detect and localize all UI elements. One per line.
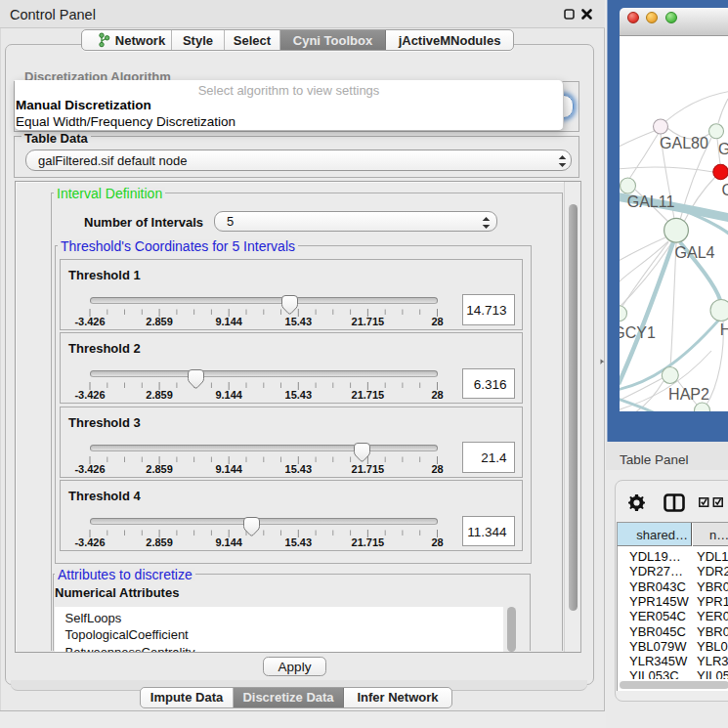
svg-text:HAP2: HAP2 — [668, 386, 709, 403]
svg-text:GCY1: GCY1 — [620, 324, 656, 341]
svg-text:H: H — [720, 321, 728, 338]
svg-text:C: C — [722, 182, 728, 198]
svg-text:GAL80: GAL80 — [660, 135, 708, 151]
svg-text:GAL4: GAL4 — [675, 244, 715, 261]
svg-text:GA: GA — [718, 141, 728, 157]
svg-text:GAL11: GAL11 — [627, 193, 675, 210]
